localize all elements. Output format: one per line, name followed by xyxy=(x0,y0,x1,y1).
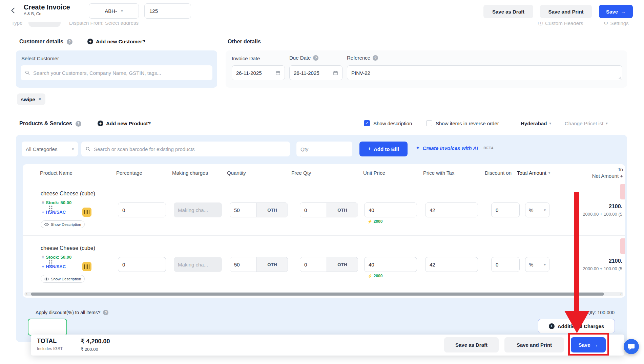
free-qty-unit-select[interactable]: OTH xyxy=(327,257,358,272)
save-button-bottom[interactable]: Save → xyxy=(571,337,606,352)
making-charges-input[interactable] xyxy=(174,202,222,217)
reverse-order-label: Show items in reverse order xyxy=(436,121,499,126)
additional-charges-button[interactable]: + Additional Charges xyxy=(538,319,615,333)
customer-search-box[interactable] xyxy=(21,65,212,80)
reference-field[interactable]: PINV-22 xyxy=(347,65,622,80)
free-qty-input[interactable] xyxy=(300,257,327,272)
help-icon[interactable]: ? xyxy=(76,121,81,127)
invoice-date-field[interactable]: 26-11-2025 xyxy=(232,65,285,80)
apply-discount-label: Apply discount(%) to all items? xyxy=(36,310,100,315)
price-with-tax-input[interactable] xyxy=(425,202,478,217)
item-row: cheese Cheese (cube) # Stock: 50.00 + HS… xyxy=(23,181,625,235)
free-qty-group: OTH xyxy=(300,257,358,272)
hsn-sac-link[interactable]: + HSN/SAC xyxy=(42,264,66,269)
col-unit-price: Unit Price xyxy=(363,170,385,176)
barcode-button[interactable] xyxy=(82,262,91,271)
clipped-badge xyxy=(620,184,625,199)
chat-launcher-button[interactable] xyxy=(624,339,639,354)
discount-all-input[interactable] xyxy=(28,319,67,336)
quantity-group: OTH xyxy=(230,257,288,272)
discount-on-dropdown[interactable]: Total Amount ▾ xyxy=(517,170,550,176)
save-button-header[interactable]: Save → xyxy=(599,5,633,18)
col-percentage: Percentage xyxy=(116,170,142,176)
help-icon[interactable]: ? xyxy=(373,55,378,61)
show-description-toggle[interactable]: ✓ Show description xyxy=(364,120,412,126)
product-search-input[interactable] xyxy=(94,146,286,152)
save-as-draft-button[interactable]: Save as Draft xyxy=(483,5,533,18)
beta-badge: BETA xyxy=(483,146,494,150)
price-flag: ⚡ 2000 xyxy=(368,274,382,278)
quantity-input[interactable] xyxy=(230,257,256,272)
barcode-button[interactable] xyxy=(82,208,91,217)
chevron-left-icon xyxy=(9,7,17,14)
customer-details-heading: Customer details ? xyxy=(19,39,72,45)
plus-icon: + xyxy=(42,264,44,269)
discount-unit-select[interactable]: % ▾ xyxy=(525,257,549,272)
title-block: Create Invoice A & B, Co xyxy=(24,3,70,16)
ai-link-label: Create Invoices with AI xyxy=(423,145,478,151)
add-new-customer-button[interactable]: + Add new Customer? xyxy=(87,39,145,44)
company-name: A & B, Co xyxy=(24,12,70,16)
resize-grip-icon[interactable] xyxy=(618,76,621,79)
add-to-bill-button[interactable]: + Add to Bill xyxy=(359,142,408,156)
customer-search-input[interactable] xyxy=(33,70,208,76)
invoice-prefix-select[interactable]: ABH- ▾ xyxy=(89,3,139,19)
branch-select[interactable]: Hyderabad ▾ xyxy=(521,121,551,126)
total-label: TOTAL xyxy=(37,338,57,345)
percentage-input[interactable] xyxy=(118,202,166,217)
quantity-unit-select[interactable]: OTH xyxy=(256,257,288,272)
plus-icon: + xyxy=(98,121,103,126)
net-amount-breakdown: 2000.00 + 100.00 (5 xyxy=(583,266,622,271)
discount-on-value: Total Amount xyxy=(517,170,546,176)
making-charges-input[interactable] xyxy=(174,257,222,272)
show-description-chip[interactable]: Show Description xyxy=(41,220,85,228)
remove-tag-icon[interactable]: × xyxy=(38,96,41,102)
top-header-bar: Create Invoice A & B, Co ABH- ▾ 125 Save… xyxy=(0,0,644,22)
price-flag: ⚡ 2000 xyxy=(368,219,382,224)
select-customer-panel: Select Customer xyxy=(16,50,217,88)
show-description-chip[interactable]: Show Description xyxy=(41,275,85,283)
scrollbar-thumb[interactable] xyxy=(31,293,604,296)
scroll-right-arrow[interactable]: › xyxy=(620,292,622,296)
invoice-date-label: Invoice Date xyxy=(232,56,260,61)
help-icon[interactable]: ? xyxy=(103,310,108,315)
eye-icon xyxy=(44,277,49,281)
discount-unit-select[interactable]: % ▾ xyxy=(525,202,549,217)
free-qty-unit-select[interactable]: OTH xyxy=(327,203,358,217)
change-pricelist-select[interactable]: Change PriceList ▾ xyxy=(565,121,608,126)
discount-input[interactable] xyxy=(491,257,520,272)
reference-value: PINV-22 xyxy=(351,70,370,76)
hsn-sac-link[interactable]: + HSN/SAC xyxy=(42,210,66,215)
col-product-name: Product Name xyxy=(40,170,72,176)
save-and-print-button[interactable]: Save and Print xyxy=(540,5,592,18)
help-icon[interactable]: ? xyxy=(67,39,72,45)
scroll-left-arrow[interactable]: ‹ xyxy=(26,292,27,296)
free-qty-input[interactable] xyxy=(300,203,327,217)
save-and-print-button-bottom[interactable]: Save and Print xyxy=(504,337,564,352)
back-button[interactable] xyxy=(9,7,17,16)
products-services-title: Products & Services xyxy=(19,121,72,127)
discount-input[interactable] xyxy=(491,202,520,217)
quick-qty-input[interactable] xyxy=(296,142,352,156)
hsn-sac-label: HSN/SAC xyxy=(46,210,66,215)
chevron-down-icon: ▾ xyxy=(606,121,608,126)
horizontal-scrollbar[interactable]: ‹ › xyxy=(24,292,623,296)
plus-icon: + xyxy=(368,146,371,152)
help-icon[interactable]: ? xyxy=(313,55,318,61)
quantity-input[interactable] xyxy=(230,203,256,217)
invoice-number-input[interactable]: 125 xyxy=(144,3,191,19)
save-as-draft-button-bottom[interactable]: Save as Draft xyxy=(444,337,499,352)
product-search-box[interactable] xyxy=(81,142,290,156)
create-invoices-ai-link[interactable]: ✦ Create Invoices with AI BETA xyxy=(416,145,494,151)
add-new-product-button[interactable]: + Add new Product? xyxy=(98,121,151,126)
category-filter-select[interactable]: All Categories ▾ xyxy=(22,142,78,156)
percentage-input[interactable] xyxy=(118,257,166,272)
quantity-unit-select[interactable]: OTH xyxy=(256,203,288,217)
unit-price-input[interactable] xyxy=(364,257,417,272)
unit-price-input[interactable] xyxy=(364,202,417,217)
net-amount-block: 2100. 2000.00 + 100.00 (5 xyxy=(583,204,622,217)
reverse-order-toggle[interactable]: Show items in reverse order xyxy=(426,120,499,126)
customer-tag-chip[interactable]: swipe × xyxy=(17,93,45,105)
due-date-field[interactable]: 26-11-2025 xyxy=(289,65,342,80)
price-with-tax-input[interactable] xyxy=(425,257,478,272)
